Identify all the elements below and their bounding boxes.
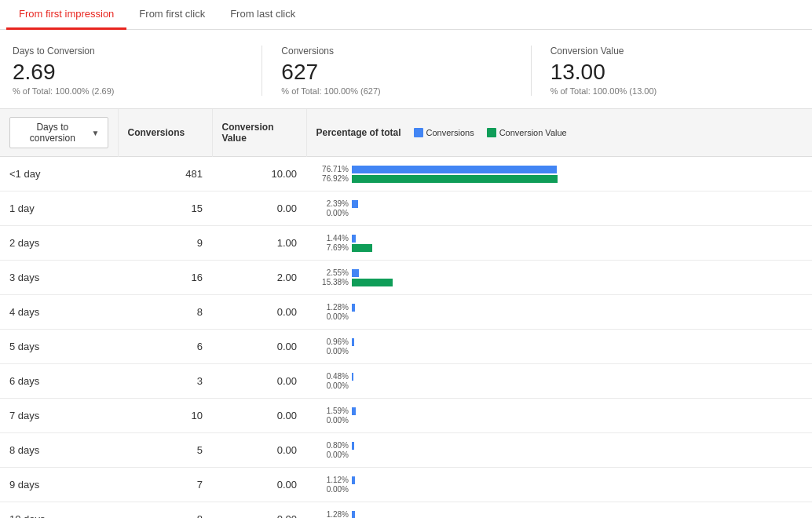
cell-conversions-8: 5 xyxy=(118,433,212,468)
pct-val-label-6: 0.00% xyxy=(316,381,349,390)
pct-val-label-2: 7.69% xyxy=(316,243,349,252)
cell-value-10: 0.00 xyxy=(212,502,306,519)
pct-conv-label-10: 1.28% xyxy=(316,510,349,518)
cell-days-3: 3 days xyxy=(0,261,118,295)
summary-label-conversions: Conversions xyxy=(281,46,511,57)
cell-pct-4: 1.28% 0.00% xyxy=(306,295,812,330)
cell-days-5: 5 days xyxy=(0,330,118,364)
days-dropdown[interactable]: Days to conversion ▼ xyxy=(9,117,108,148)
cell-conversions-5: 6 xyxy=(118,330,212,364)
pct-conv-label-3: 2.55% xyxy=(316,268,349,277)
cell-pct-8: 0.80% 0.00% xyxy=(306,433,812,468)
summary-value-conversion-value: 13.00 xyxy=(550,60,781,85)
summary-card-conversions: Conversions 627 % of Total: 100.00% (627… xyxy=(281,46,531,96)
pct-val-label-1: 0.00% xyxy=(316,209,349,217)
table-row: 2 days 9 1.00 1.44% 7.69% xyxy=(0,226,812,261)
table-row: 3 days 16 2.00 2.55% 15.38% xyxy=(0,261,812,295)
cell-days-4: 4 days xyxy=(0,295,118,330)
legend-conv-value-label: Conversion Value xyxy=(499,128,567,137)
summary-sub-days-to-conversion: % of Total: 100.00% (2.69) xyxy=(13,86,243,96)
pct-conv-label-6: 0.48% xyxy=(316,372,349,381)
cell-pct-2: 1.44% 7.69% xyxy=(306,226,812,261)
pct-val-label-5: 0.00% xyxy=(316,347,349,356)
cell-days-10: 10 days xyxy=(0,502,118,519)
table-row: 1 day 15 0.00 2.39% 0.00% xyxy=(0,192,812,226)
pct-conv-label-1: 2.39% xyxy=(316,199,349,208)
table-row: <1 day 481 10.00 76.71% 76.92% xyxy=(0,157,812,192)
cell-pct-9: 1.12% 0.00% xyxy=(306,468,812,502)
table-row: 10 days 8 0.00 1.28% 0.00% xyxy=(0,502,812,519)
pct-val-label-7: 0.00% xyxy=(316,416,349,425)
pct-val-label-9: 0.00% xyxy=(316,485,349,494)
col-header-pct: Percentage of total Conversions Conversi… xyxy=(306,109,812,157)
table-row: 7 days 10 0.00 1.59% 0.00% xyxy=(0,399,812,433)
table-row: 4 days 8 0.00 1.28% 0.00% xyxy=(0,295,812,330)
cell-days-8: 8 days xyxy=(0,433,118,468)
summary-label-days-to-conversion: Days to Conversion xyxy=(13,46,243,57)
pct-conv-label-4: 1.28% xyxy=(316,303,349,312)
cell-value-9: 0.00 xyxy=(212,468,306,502)
summary-row: Days to Conversion 2.69 % of Total: 100.… xyxy=(0,30,812,109)
cell-value-0: 10.00 xyxy=(212,157,306,192)
summary-value-conversions: 627 xyxy=(281,60,511,85)
cell-days-6: 6 days xyxy=(0,364,118,399)
cell-pct-0: 76.71% 76.92% xyxy=(306,157,812,192)
cell-pct-7: 1.59% 0.00% xyxy=(306,399,812,433)
summary-label-conversion-value: Conversion Value xyxy=(550,46,781,57)
pct-val-label-0: 76.92% xyxy=(316,174,349,183)
cell-pct-10: 1.28% 0.00% xyxy=(306,502,812,519)
pct-conv-label-8: 0.80% xyxy=(316,441,349,450)
cell-conversions-3: 16 xyxy=(118,261,212,295)
cell-days-9: 9 days xyxy=(0,468,118,502)
legend-conversions-label: Conversions xyxy=(426,128,474,137)
cell-pct-6: 0.48% 0.00% xyxy=(306,364,812,399)
cell-conversions-0: 481 xyxy=(118,157,212,192)
cell-pct-5: 0.96% 0.00% xyxy=(306,330,812,364)
summary-sub-conversion-value: % of Total: 100.00% (13.00) xyxy=(550,86,781,96)
cell-value-1: 0.00 xyxy=(212,192,306,226)
table-container: Days to conversion ▼ Conversions Convers… xyxy=(0,109,812,518)
pct-conv-label-2: 1.44% xyxy=(316,234,349,243)
summary-sub-conversions: % of Total: 100.00% (627) xyxy=(281,86,511,96)
cell-pct-3: 2.55% 15.38% xyxy=(306,261,812,295)
col-header-days: Days to conversion ▼ xyxy=(0,109,118,157)
table-row: 6 days 3 0.00 0.48% 0.00% xyxy=(0,364,812,399)
pct-val-label-8: 0.00% xyxy=(316,451,349,459)
cell-value-3: 2.00 xyxy=(212,261,306,295)
days-dropdown-label: Days to conversion xyxy=(18,122,87,144)
cell-days-1: 1 day xyxy=(0,192,118,226)
cell-days-2: 2 days xyxy=(0,226,118,261)
pct-conv-label-7: 1.59% xyxy=(316,407,349,415)
cell-value-7: 0.00 xyxy=(212,399,306,433)
cell-conversions-4: 8 xyxy=(118,295,212,330)
cell-days-7: 7 days xyxy=(0,399,118,433)
chevron-down-icon: ▼ xyxy=(92,129,100,137)
cell-conversions-6: 3 xyxy=(118,364,212,399)
cell-conversions-7: 10 xyxy=(118,399,212,433)
tab-from-first-click[interactable]: From first click xyxy=(126,0,218,30)
summary-card-conversion-value: Conversion Value 13.00 % of Total: 100.0… xyxy=(550,46,799,96)
pct-conv-label-0: 76.71% xyxy=(316,165,349,173)
tab-from-first-impression[interactable]: From first impression xyxy=(6,0,126,30)
cell-value-8: 0.00 xyxy=(212,433,306,468)
col-header-conversions: Conversions xyxy=(118,109,212,157)
table-row: 9 days 7 0.00 1.12% 0.00% xyxy=(0,468,812,502)
cell-value-6: 0.00 xyxy=(212,364,306,399)
cell-conversions-10: 8 xyxy=(118,502,212,519)
pct-conv-label-5: 0.96% xyxy=(316,337,349,346)
col-header-value: Conversion Value xyxy=(212,109,306,157)
tabs-container: From first impressionFrom first clickFro… xyxy=(0,0,812,30)
summary-value-days-to-conversion: 2.69 xyxy=(13,60,243,85)
pct-val-label-3: 15.38% xyxy=(316,278,349,286)
cell-conversions-2: 9 xyxy=(118,226,212,261)
cell-conversions-1: 15 xyxy=(118,192,212,226)
pct-conv-label-9: 1.12% xyxy=(316,476,349,484)
cell-value-4: 0.00 xyxy=(212,295,306,330)
cell-conversions-9: 7 xyxy=(118,468,212,502)
tab-from-last-click[interactable]: From last click xyxy=(218,0,308,30)
table-row: 8 days 5 0.00 0.80% 0.00% xyxy=(0,433,812,468)
cell-value-5: 0.00 xyxy=(212,330,306,364)
cell-value-2: 1.00 xyxy=(212,226,306,261)
pct-val-label-4: 0.00% xyxy=(316,312,349,321)
summary-card-days-to-conversion: Days to Conversion 2.69 % of Total: 100.… xyxy=(13,46,262,96)
